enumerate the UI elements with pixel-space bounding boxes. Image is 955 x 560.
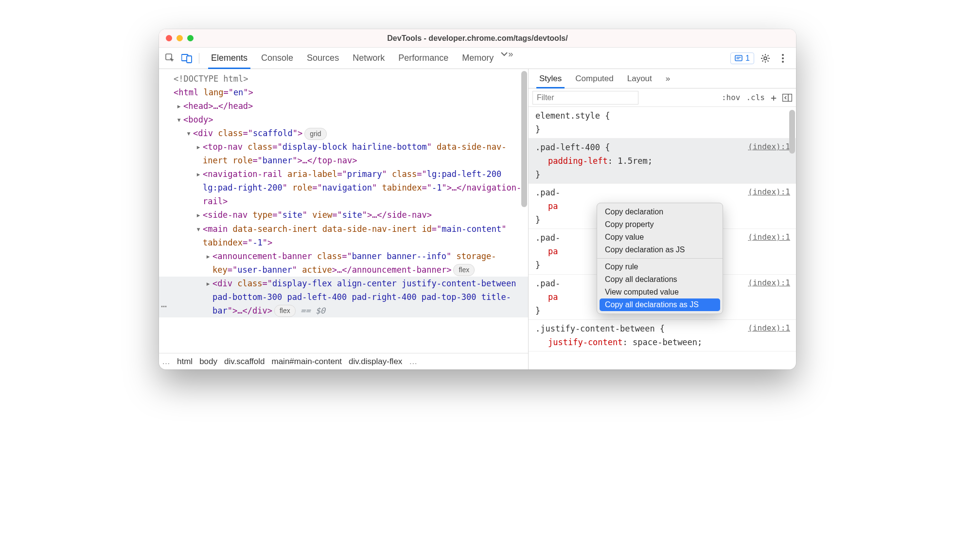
svg-line-14 <box>767 55 768 56</box>
ctx-separator <box>597 258 723 259</box>
source-link[interactable]: (index):1 <box>748 186 790 198</box>
layout-badge-flex[interactable]: flex <box>453 264 475 276</box>
svg-rect-2 <box>187 56 192 63</box>
svg-point-16 <box>782 57 784 59</box>
toggle-sidebar-icon[interactable] <box>782 94 792 102</box>
svg-line-13 <box>762 60 763 61</box>
console-reference: == $0 <box>296 306 325 315</box>
style-rule-justify-content[interactable]: (index):1 .justify-content-between { jus… <box>529 320 796 351</box>
more-subtabs-icon[interactable]: » <box>659 69 677 88</box>
doctype: <!DOCTYPE html> <box>174 74 248 84</box>
breadcrumb-item[interactable]: html <box>177 357 193 367</box>
dom-node-announcement-banner[interactable]: <announcement-banner class="banner banne… <box>174 249 528 277</box>
subtab-computed[interactable]: Computed <box>568 69 620 88</box>
context-menu: Copy declaration Copy property Copy valu… <box>597 203 723 314</box>
source-link[interactable]: (index):1 <box>748 140 790 153</box>
breadcrumb-overflow-left[interactable]: … <box>162 357 170 367</box>
new-style-rule-icon[interactable]: + <box>771 92 777 104</box>
svg-line-11 <box>762 55 763 56</box>
breadcrumb-item[interactable]: body <box>199 357 217 367</box>
ctx-copy-declaration-as-js[interactable]: Copy declaration as JS <box>597 244 723 256</box>
tab-memory[interactable]: Memory <box>455 48 500 69</box>
scrollbar[interactable] <box>521 71 527 207</box>
source-link[interactable]: (index):1 <box>748 322 790 334</box>
toolbar-right: 1 <box>730 52 792 65</box>
ctx-copy-value[interactable]: Copy value <box>597 231 723 244</box>
toolbar-separator <box>199 53 199 64</box>
ctx-copy-all-declarations-as-js[interactable]: Copy all declarations as JS <box>600 298 720 311</box>
source-link[interactable]: (index):1 <box>748 277 790 289</box>
devtools-window: DevTools - developer.chrome.com/tags/dev… <box>159 29 796 369</box>
svg-point-17 <box>782 61 784 63</box>
dom-node-main[interactable]: <main data-search-inert data-side-nav-in… <box>174 222 528 249</box>
breadcrumb-item[interactable]: main#main-content <box>272 357 342 367</box>
layout-badge-grid[interactable]: grid <box>304 128 326 140</box>
svg-point-15 <box>782 54 784 56</box>
settings-icon[interactable] <box>759 52 772 65</box>
dom-node-scaffold[interactable]: <div class="scaffold">grid <box>174 126 528 140</box>
dom-tree[interactable]: ⋯ <!DOCTYPE html> <html lang="en"> <head… <box>159 69 528 353</box>
dom-node-navigation-rail[interactable]: <navigation-rail aria-label="primary" cl… <box>174 167 528 208</box>
inspect-element-icon[interactable] <box>163 51 177 66</box>
tab-network[interactable]: Network <box>346 48 391 69</box>
svg-rect-5 <box>737 58 740 59</box>
subtab-styles[interactable]: Styles <box>532 69 568 88</box>
svg-point-6 <box>764 57 767 60</box>
toggle-hov[interactable]: :hov <box>722 93 741 102</box>
tab-performance[interactable]: Performance <box>391 48 455 69</box>
breadcrumb-item[interactable]: div.display-flex <box>349 357 402 367</box>
dom-node-head[interactable]: <head>…</head> <box>174 99 528 113</box>
breadcrumb: … html body div.scaffold main#main-conte… <box>159 353 528 369</box>
ctx-copy-all-declarations[interactable]: Copy all declarations <box>597 273 723 286</box>
more-menu-icon[interactable] <box>777 52 789 65</box>
filter-input[interactable] <box>532 91 638 105</box>
dom-node-body[interactable]: <body> <box>174 113 528 126</box>
style-rule-pad-left-400[interactable]: (index):1 .pad-left-400 { padding-left: … <box>529 139 796 184</box>
window-title: DevTools - developer.chrome.com/tags/dev… <box>159 34 796 43</box>
tab-elements[interactable]: Elements <box>204 48 254 69</box>
issues-button[interactable]: 1 <box>730 52 754 64</box>
device-toggle-icon[interactable] <box>179 51 194 66</box>
scrollbar[interactable] <box>789 110 795 154</box>
dom-node-top-nav[interactable]: <top-nav class="display-block hairline-b… <box>174 140 528 167</box>
source-link[interactable]: (index):1 <box>748 231 790 244</box>
row-actions-icon[interactable]: ⋯ <box>161 298 167 315</box>
layout-badge-flex[interactable]: flex <box>274 305 296 317</box>
svg-rect-4 <box>737 57 741 58</box>
toggle-cls[interactable]: .cls <box>746 93 765 102</box>
svg-line-12 <box>767 60 768 61</box>
ctx-copy-rule[interactable]: Copy rule <box>597 261 723 273</box>
main-toolbar: Elements Console Sources Network Perform… <box>159 48 796 69</box>
breadcrumb-item[interactable]: div.scaffold <box>224 357 265 367</box>
subtab-layout[interactable]: Layout <box>620 69 659 88</box>
elements-panel: ⋯ <!DOCTYPE html> <html lang="en"> <head… <box>159 69 529 369</box>
ctx-copy-declaration[interactable]: Copy declaration <box>597 206 723 218</box>
more-tabs-icon[interactable]: » <box>500 48 513 60</box>
ctx-view-computed-value[interactable]: View computed value <box>597 286 723 298</box>
panel-tabs: Elements Console Sources Network Perform… <box>204 48 513 69</box>
ctx-copy-property[interactable]: Copy property <box>597 218 723 231</box>
styles-subtabs: Styles Computed Layout » <box>529 69 796 88</box>
style-rule-element[interactable]: element.style { } <box>529 107 796 139</box>
dom-node-side-nav[interactable]: <side-nav type="site" view="site">…</sid… <box>174 208 528 222</box>
issues-count: 1 <box>745 54 750 63</box>
svg-rect-3 <box>735 55 742 61</box>
tab-console[interactable]: Console <box>254 48 300 69</box>
dom-node-selected[interactable]: <div class="display-flex align-center ju… <box>159 277 528 317</box>
tab-sources[interactable]: Sources <box>300 48 346 69</box>
title-bar: DevTools - developer.chrome.com/tags/dev… <box>159 29 796 48</box>
styles-filter-row: :hov .cls + <box>529 88 796 107</box>
breadcrumb-overflow-right[interactable]: … <box>409 357 417 367</box>
